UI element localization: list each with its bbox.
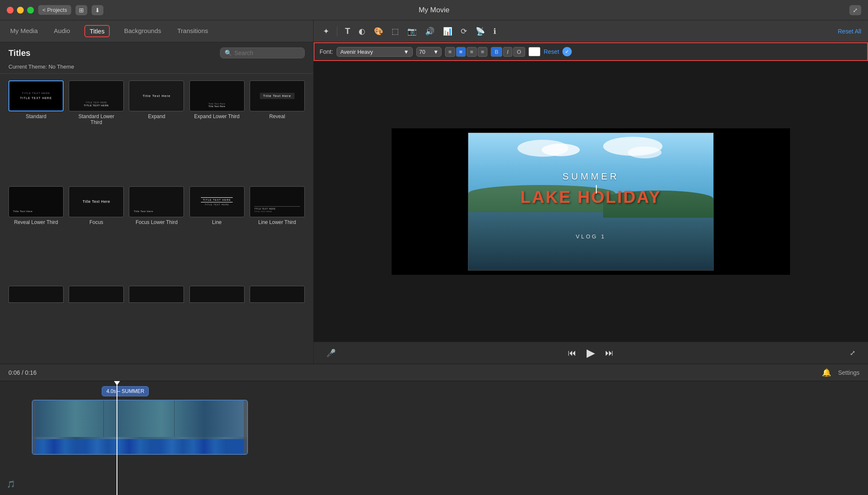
video-track-handle-left[interactable] (33, 401, 36, 454)
title-item-expand[interactable]: Title Text Here Expand (129, 80, 184, 181)
skip-back-button[interactable]: ⏮ (568, 348, 576, 358)
fullscreen-expand-button[interactable]: ⤢ (850, 349, 855, 357)
title-item-standard-lower[interactable]: TITLE TEXT HERE TITLE TEXT HERE Standard… (69, 80, 124, 181)
tab-titles[interactable]: Titles (84, 25, 109, 37)
font-label: Font: (320, 48, 333, 55)
title-thumb-line[interactable]: TITLE TEXT HERE TITLE TEXT HERE (189, 186, 245, 217)
reset-button[interactable]: Reset (544, 48, 559, 55)
video-track-handle-right[interactable] (244, 401, 247, 454)
text-cursor (596, 185, 597, 194)
title-thumb-partial-5[interactable] (250, 286, 305, 303)
color-adjust-icon[interactable]: ◐ (356, 25, 368, 38)
reset-all-button[interactable]: Reset All (838, 28, 861, 35)
align-center-button[interactable]: ≡ (456, 47, 466, 57)
title-thumb-partial-4[interactable] (189, 286, 245, 303)
font-select[interactable]: Avenir Heavy ▼ (337, 47, 413, 57)
align-right-button[interactable]: ≡ (467, 47, 477, 57)
title-item-row3-5[interactable] (250, 286, 305, 359)
title-thumb-line-lower[interactable]: TITLE TEXT HERE TITLE TEXT HERE (250, 186, 305, 217)
timeline-header: 0:06 / 0:16 🔔 Settings (0, 364, 868, 381)
style-group: B I O (491, 47, 525, 57)
title-thumb-reveal[interactable]: Title Text Here (250, 80, 305, 111)
minimize-button[interactable] (17, 7, 24, 14)
color-wheel-icon[interactable]: 🎨 (371, 25, 386, 38)
title-item-row3-1[interactable] (8, 286, 64, 359)
settings-button[interactable]: Settings (838, 369, 860, 376)
title-thumb-standard-lower[interactable]: TITLE TEXT HERE TITLE TEXT HERE (69, 80, 124, 111)
titles-header: Titles 🔍 (0, 42, 313, 64)
maximize-button[interactable] (27, 7, 34, 14)
title-thumb-partial-3[interactable] (129, 286, 184, 303)
fullscreen-button[interactable]: ⤢ (849, 5, 861, 15)
playhead[interactable] (117, 381, 117, 495)
title-item-expand-lower[interactable]: Title Text Here Title Text Here Expand L… (189, 80, 245, 181)
title-item-focus[interactable]: Title Text Here Focus (69, 186, 124, 281)
title-thumb-partial-1[interactable] (8, 286, 64, 303)
playback-controls: 🎤 ⏮ ▶ ⏭ ⤢ (314, 342, 868, 364)
play-button[interactable]: ▶ (587, 346, 595, 359)
title-item-line-lower[interactable]: TITLE TEXT HERE TITLE TEXT HERE Line Low… (250, 186, 305, 281)
tab-audio[interactable]: Audio (52, 25, 72, 38)
title-name-standard-lower: Standard LowerThird (78, 113, 114, 125)
title-thumb-expand-lower[interactable]: Title Text Here Title Text Here (189, 80, 245, 111)
titles-label: Titles (8, 48, 31, 58)
magic-wand-icon[interactable]: ✦ (320, 25, 332, 38)
title-item-line[interactable]: TITLE TEXT HERE TITLE TEXT HERE Line (189, 186, 245, 281)
stabilization-icon[interactable]: 📡 (473, 25, 487, 38)
search-icon: 🔍 (225, 50, 232, 56)
title-name-focus: Focus (89, 219, 103, 225)
video-track[interactable] (32, 400, 248, 455)
left-panel: My Media Audio Titles Backgrounds Transi… (0, 20, 314, 364)
tab-my-media[interactable]: My Media (8, 25, 39, 38)
title-item-reveal-lower[interactable]: Title Text Here Reveal Lower Third (8, 186, 64, 281)
title-bar-left: < Projects ⊞ ⬇ (7, 5, 103, 15)
search-input[interactable] (234, 50, 300, 56)
title-thumb-reveal-lower[interactable]: Title Text Here (8, 186, 64, 217)
font-size-value: 70 (419, 49, 425, 55)
close-button[interactable] (7, 7, 14, 14)
title-thumb-focus-lower[interactable]: Title Text Here (129, 186, 184, 217)
title-thumb-partial-2[interactable] (69, 286, 124, 303)
title-name-reveal-lower: Reveal Lower Third (14, 219, 58, 225)
volume-icon[interactable]: 🔔 (822, 368, 831, 377)
title-item-reveal[interactable]: Title Text Here Reveal (250, 80, 305, 181)
text-color-swatch[interactable] (529, 47, 540, 56)
align-left-button[interactable]: ≡ (445, 47, 455, 57)
italic-button[interactable]: I (503, 47, 512, 57)
layout-toggle-button[interactable]: ⊞ (75, 5, 87, 15)
title-clip[interactable]: 4.0s – SUMMER (102, 386, 149, 396)
skip-forward-button[interactable]: ⏭ (605, 348, 614, 358)
audio-icon[interactable]: 🔊 (423, 25, 437, 38)
font-size-box[interactable]: 70 ▼ (416, 47, 442, 57)
microphone-button[interactable]: 🎤 (326, 348, 336, 358)
title-item-focus-lower[interactable]: Title Text Here Focus Lower Third (129, 186, 184, 281)
crop-icon[interactable]: ⬚ (389, 25, 401, 38)
projects-button[interactable]: < Projects (38, 5, 71, 15)
title-thumb-standard[interactable]: TITLE TEXT HERE TITLE TEXT HERE (8, 80, 64, 111)
title-item-row3-3[interactable] (129, 286, 184, 359)
title-item-standard[interactable]: TITLE TEXT HERE TITLE TEXT HERE Standard (8, 80, 64, 181)
chart-icon[interactable]: 📊 (440, 25, 455, 38)
titles-grid: TITLE TEXT HERE TITLE TEXT HERE Standard… (0, 75, 313, 364)
camera-icon[interactable]: 📷 (405, 25, 419, 38)
speed-icon[interactable]: ⟳ (458, 25, 470, 38)
bold-button[interactable]: B (491, 47, 502, 57)
title-thumb-focus[interactable]: Title Text Here (69, 186, 124, 217)
tab-transitions[interactable]: Transitions (175, 25, 210, 38)
title-item-row3-4[interactable] (189, 286, 245, 359)
confirm-button[interactable]: ✓ (562, 47, 572, 56)
search-box[interactable]: 🔍 (220, 47, 305, 58)
title-item-row3-2[interactable] (69, 286, 124, 359)
info-icon[interactable]: ℹ (491, 25, 499, 38)
download-button[interactable]: ⬇ (92, 5, 103, 15)
title-thumb-expand[interactable]: Title Text Here (129, 80, 184, 111)
title-name-standard: Standard (26, 113, 47, 119)
outline-button[interactable]: O (513, 47, 525, 57)
align-justify-button[interactable]: ≡ (478, 47, 488, 57)
tab-backgrounds[interactable]: Backgrounds (122, 25, 163, 38)
video-track-inner (33, 401, 247, 454)
title-name-focus-lower: Focus Lower Third (136, 219, 178, 225)
title-bar-right: ⤢ (849, 5, 861, 15)
preview-vlog-text: VLOG 1 (576, 233, 606, 240)
text-icon[interactable]: T (342, 25, 353, 38)
